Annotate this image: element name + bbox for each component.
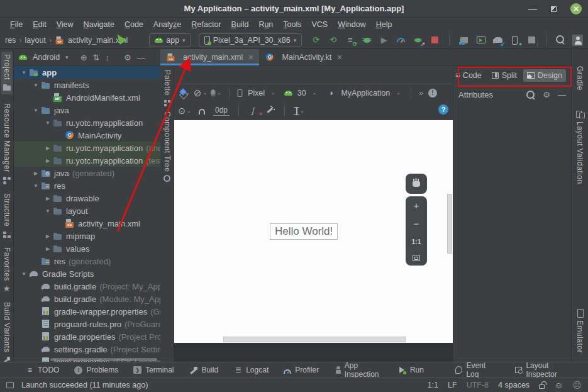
- hide-panel-icon[interactable]: —: [137, 53, 145, 62]
- zoom-in-button[interactable]: +: [414, 201, 419, 210]
- tree-item-java[interactable]: ▼java: [14, 104, 160, 116]
- run-configuration-dropdown[interactable]: app ▾: [149, 33, 191, 47]
- menu-build[interactable]: Build: [226, 20, 254, 29]
- tree-chevron-icon[interactable]: ▼: [31, 108, 41, 113]
- default-margins-selector[interactable]: 0dp: [213, 106, 230, 116]
- warnings-icon[interactable]: !: [428, 89, 437, 98]
- search-icon[interactable]: [526, 90, 535, 99]
- pan-tool-button[interactable]: [406, 174, 427, 194]
- menu-run[interactable]: Run: [253, 20, 278, 29]
- menu-view[interactable]: View: [52, 20, 79, 29]
- tree-chevron-icon[interactable]: ▼: [31, 183, 41, 189]
- sdk-manager-icon[interactable]: ↓: [526, 35, 537, 45]
- locate-file-icon[interactable]: ⊕: [80, 53, 87, 62]
- tree-item-build-gradle-module-my-application-app[interactable]: build.gradle(Module: My_Application.app): [14, 293, 160, 305]
- window-icon[interactable]: [6, 382, 14, 388]
- gear-icon[interactable]: ⚙: [543, 90, 550, 99]
- project-view-selector[interactable]: Android: [33, 53, 60, 62]
- night-mode-icon[interactable]: ⌄: [211, 87, 221, 98]
- breadcrumb-res[interactable]: res: [5, 36, 16, 45]
- palette-tab[interactable]: Palette: [163, 70, 172, 108]
- tree-chevron-icon[interactable]: ▼: [19, 70, 29, 76]
- stripe-emulator[interactable]: Emulator: [575, 308, 584, 353]
- infer-constraints-icon[interactable]: [265, 106, 275, 116]
- search-everywhere-icon[interactable]: [555, 35, 566, 45]
- toolwindow-terminal[interactable]: ❯Terminal: [133, 361, 174, 379]
- device-selector[interactable]: Pixel: [248, 89, 265, 98]
- indent-setting[interactable]: 4 spaces: [498, 381, 530, 389]
- stripe-project[interactable]: Project: [1, 52, 13, 94]
- canvas-vertical-scrollbar[interactable]: [447, 194, 452, 254]
- avatar[interactable]: [572, 35, 583, 45]
- settings-gear-icon[interactable]: ⚙: [124, 53, 131, 62]
- autoconnect-magnet-icon[interactable]: [196, 106, 207, 116]
- line-ending[interactable]: LF: [448, 381, 457, 389]
- menu-code[interactable]: Code: [119, 20, 148, 29]
- tree-chevron-icon[interactable]: ▼: [31, 82, 41, 88]
- tree-item-mainactivity[interactable]: MainActivity: [14, 129, 160, 142]
- tree-item-activity-main-xml[interactable]: activity_main.xml: [14, 217, 160, 230]
- tree-chevron-icon[interactable]: ▼: [43, 120, 53, 126]
- tree-item-res[interactable]: ▼res: [14, 179, 160, 192]
- api-level-selector[interactable]: 30: [297, 89, 306, 98]
- tool-windows-icon[interactable]: [458, 35, 469, 45]
- close-icon[interactable]: ✕: [336, 53, 342, 62]
- apply-code-changes-icon[interactable]: ⟲: [328, 35, 338, 45]
- toolwindow-logcat[interactable]: ≣Logcat: [233, 361, 269, 379]
- toolwindow-todo[interactable]: ≡TODO: [25, 361, 59, 379]
- tree-chevron-icon[interactable]: ▶: [43, 233, 53, 239]
- tree-item-mipmap[interactable]: ▶mipmap: [14, 230, 160, 242]
- avd-manager-icon[interactable]: [475, 35, 486, 45]
- component-tree-tab[interactable]: Component Tree: [163, 111, 172, 182]
- breadcrumb-layout[interactable]: layout: [25, 36, 46, 45]
- zoom-out-button[interactable]: −: [414, 220, 419, 228]
- hide-panel-icon[interactable]: —: [558, 90, 566, 99]
- stop-icon[interactable]: [430, 35, 440, 45]
- expand-all-icon[interactable]: ⇅: [93, 53, 100, 62]
- tree-chevron-icon[interactable]: ▼: [43, 208, 53, 214]
- apply-changes-icon[interactable]: ⟳: [311, 35, 321, 45]
- menu-navigate[interactable]: Navigate: [79, 20, 119, 29]
- tree-item-androidmanifest-xml[interactable]: AndroidManifest.xml: [14, 91, 160, 104]
- tree-item-ru-yotc-myapplication[interactable]: ▼ru.yotc.myapplication: [14, 116, 160, 129]
- design-surface-icon[interactable]: ⌄: [179, 87, 190, 98]
- tree-item-manifests[interactable]: ▼manifests: [14, 79, 160, 91]
- guidelines-icon[interactable]: ⌄: [294, 106, 304, 116]
- caret-position[interactable]: 1:1: [428, 381, 438, 389]
- toolwindow-profiler[interactable]: Profiler: [284, 361, 319, 379]
- tree-item-java-generated[interactable]: ▶java(generated): [14, 167, 160, 179]
- tree-item-gradle-properties-project-properties[interactable]: gradle.properties(Project Properties): [14, 330, 160, 343]
- menu-tools[interactable]: Tools: [278, 20, 306, 29]
- run-with-coverage-icon[interactable]: ≡⟳: [345, 35, 355, 45]
- tab-activity-main-xml[interactable]: activity_main.xml✕: [160, 49, 259, 65]
- toolwindow-layout-inspector[interactable]: Layout Inspector: [515, 361, 579, 379]
- toolwindow-event-log[interactable]: Event Log: [455, 361, 499, 379]
- tree-item-settings-gradle-project-settings[interactable]: settings.gradle(Project Settings): [14, 343, 160, 356]
- tree-item-build-gradle-project-my-application[interactable]: build.gradle(Project: My_Application): [14, 280, 160, 293]
- tree-chevron-icon[interactable]: ▶: [43, 246, 53, 252]
- tree-chevron-icon[interactable]: ▶: [43, 145, 53, 151]
- device-manager-icon[interactable]: ●: [509, 35, 520, 45]
- textview-hello-world[interactable]: Hello World!: [270, 223, 338, 240]
- orientation-icon[interactable]: ⊘⌄: [195, 87, 206, 98]
- toolwindow-app-inspection[interactable]: App Inspection: [334, 361, 382, 379]
- tree-chevron-icon[interactable]: ▼: [19, 271, 29, 277]
- stripe-favorites[interactable]: Favorites★: [3, 247, 11, 293]
- stripe-build-variants[interactable]: Build Variants: [3, 302, 11, 364]
- zoom-100-button[interactable]: 1:1: [411, 238, 421, 245]
- tree-item-values[interactable]: ▶values: [14, 242, 160, 255]
- menu-vcs[interactable]: VCS: [307, 20, 333, 29]
- minimize-button[interactable]: —: [528, 6, 537, 12]
- menu-edit[interactable]: Edit: [28, 20, 52, 29]
- menu-file[interactable]: File: [5, 20, 28, 29]
- more-actions-icon[interactable]: »: [419, 89, 423, 98]
- toolwindow-problems[interactable]: !Problems: [74, 361, 118, 379]
- toolwindow-run[interactable]: Run: [397, 361, 424, 379]
- view-options-icon[interactable]: ⊙⌄: [179, 106, 190, 116]
- debug-icon[interactable]: [362, 35, 372, 45]
- menu-window[interactable]: Window: [333, 20, 370, 29]
- tree-item-app[interactable]: ▼app: [14, 66, 160, 79]
- tree-chevron-icon[interactable]: ▶: [43, 196, 53, 201]
- toolwindow-build[interactable]: Build: [189, 361, 219, 379]
- tree-item-res-generated[interactable]: res(generated): [14, 255, 160, 267]
